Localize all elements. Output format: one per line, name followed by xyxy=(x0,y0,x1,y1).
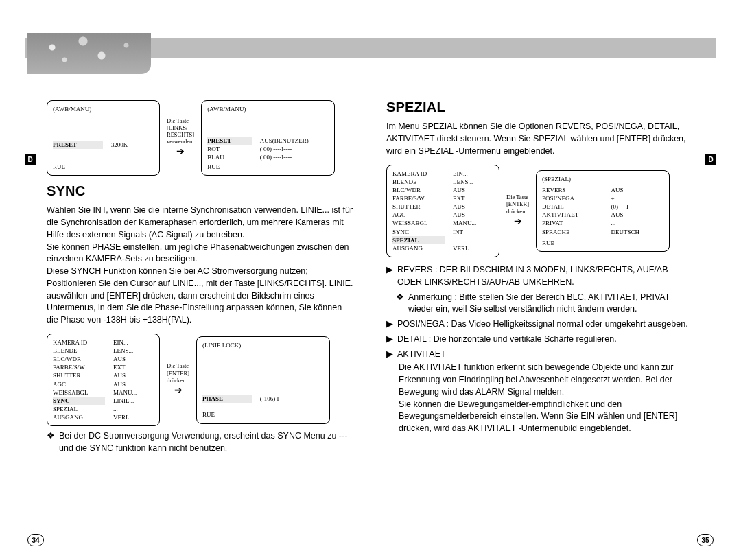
osd-value: 3200K xyxy=(111,141,154,149)
osd-linie-lock: (LINIE LOCK) PHASE (-106) I-------- RUE xyxy=(196,336,330,424)
aktivitaet-body: Die AKTIVITAET funktion erkennt sich bew… xyxy=(386,362,694,435)
osd-value: VERL xyxy=(113,413,154,421)
osd-label: SYNC xyxy=(53,397,105,405)
osd-value: INT xyxy=(453,228,493,236)
osd-spezial-submenu: (SPEZIAL) REVERSAUSPOSI/NEGA+DETAIL(0)--… xyxy=(536,170,670,252)
bullet-aktivitaet: AKTIVITAET xyxy=(397,349,446,361)
osd-label: BLC/WDR xyxy=(53,355,105,363)
bullet-revers: REVERS : DER BILDSCHIRM IN 3 MODEN, LINK… xyxy=(397,264,694,289)
osd-label: PRESET xyxy=(53,141,103,149)
osd-label: AGC xyxy=(53,380,105,388)
osd-value: VERL xyxy=(453,244,493,253)
triangle-icon: ▶ xyxy=(386,334,393,346)
osd-title: (SPEZIAL) xyxy=(542,175,663,183)
osd-label: REVERS xyxy=(542,186,602,194)
osd-label: BLAU xyxy=(207,153,252,161)
osd-footer: RUE xyxy=(542,239,663,247)
osd-value: EIN... xyxy=(453,170,493,178)
osd-footer: RUE xyxy=(207,163,220,171)
arrow-label: Die Taste [LINKS/ RESCHTS] verwenden xyxy=(167,117,194,145)
osd-label: SHUTTER xyxy=(53,371,105,380)
heading-sync: SYNC xyxy=(47,181,355,200)
heading-spezial: SPEZIAL xyxy=(386,97,694,117)
osd-label: AKTIVITAET xyxy=(542,211,602,219)
osd-value: EXT... xyxy=(453,194,493,202)
osd-label: WEISSABGL xyxy=(392,219,445,227)
osd-value: ( 00) ----I---- xyxy=(260,145,329,153)
osd-label: FARBE/S/W xyxy=(53,363,105,371)
osd-value: (0)----I-- xyxy=(611,202,663,211)
triangle-icon: ▶ xyxy=(386,349,393,361)
left-page: (AWB/MANU) PRESET 3200K RUE Die Taste [L… xyxy=(47,100,355,455)
osd-value: ... xyxy=(113,405,154,413)
osd-value: LENS... xyxy=(113,347,154,355)
osd-label: KAMERA ID xyxy=(392,170,445,178)
osd-main-menu-sync: KAMERA IDEIN...BLENDELENS...BLC/WDRAUSFA… xyxy=(47,334,160,426)
triangle-icon: ▶ xyxy=(386,264,393,289)
arrow-right-icon: ➔ xyxy=(176,145,185,159)
osd-label: SPEZIAL xyxy=(53,405,105,413)
header-graphic xyxy=(27,33,151,74)
arrow-instruction: Die Taste [LINKS/ RESCHTS] verwenden ➔ xyxy=(167,117,194,159)
side-tab-left: D xyxy=(25,154,36,165)
osd-label: AGC xyxy=(392,211,445,219)
osd-value: ... xyxy=(611,219,663,227)
bullet-posinega: POSI/NEGA : Das Video Helligkeitssignal … xyxy=(397,318,688,331)
osd-value: MANU... xyxy=(113,388,154,397)
osd-value: + xyxy=(611,194,663,202)
arrow-instruction: Die Taste [ENTER] drücken ➔ xyxy=(167,362,189,397)
diamond-icon: ❖ xyxy=(47,430,55,455)
osd-title: (AWB/MANU) xyxy=(53,105,154,113)
arrow-right-icon: ➔ xyxy=(514,215,522,229)
osd-label: BLENDE xyxy=(53,347,105,355)
bullet-anmerkung: Anmerkung : Bitte stellen Sie der Bereic… xyxy=(408,292,694,316)
osd-label: AUSGANG xyxy=(53,413,105,421)
osd-label: FARBE/S/W xyxy=(392,194,445,202)
side-tab-right: D xyxy=(705,154,716,165)
osd-label: BLENDE xyxy=(392,178,445,186)
sync-body: Wählen Sie INT, wenn Sie die interne Syn… xyxy=(47,205,355,327)
osd-label: SPRACHE xyxy=(542,228,602,236)
osd-value: AUS xyxy=(453,211,493,219)
osd-footer: RUE xyxy=(53,163,65,171)
osd-value: EIN... xyxy=(113,338,154,347)
osd-label: KAMERA ID xyxy=(53,338,105,347)
osd-value: AUS(BENUTZER) xyxy=(260,137,329,145)
osd-title: (AWB/MANU) xyxy=(207,105,329,113)
osd-label: AUSGANG xyxy=(392,244,445,253)
osd-label: PRESET xyxy=(207,137,252,145)
osd-label: POSI/NEGA xyxy=(542,194,602,202)
osd-main-menu-spezial: KAMERA IDEIN...BLENDELENS...BLC/WDRAUSFA… xyxy=(386,165,499,257)
osd-value: AUS xyxy=(113,355,154,363)
osd-label: SHUTTER xyxy=(392,202,445,211)
spezial-intro: Im Menu SPEZIAL können Sie die Optionen … xyxy=(386,121,694,157)
osd-value: LENS... xyxy=(453,178,493,186)
osd-value: AUS xyxy=(453,202,493,211)
osd-label: PRIVAT xyxy=(542,219,602,227)
osd-value: EXT... xyxy=(113,363,154,371)
arrow-right-icon: ➔ xyxy=(174,384,183,397)
osd-value: ... xyxy=(453,236,493,244)
bullet-detail: DETAIL : Die horizontale und vertikale S… xyxy=(397,334,617,346)
arrow-label: Die Taste [ENTER] drücken xyxy=(506,194,529,215)
osd-label: WEISSABGL xyxy=(53,388,105,397)
osd-value: MANU... xyxy=(453,219,493,227)
osd-value: AUS xyxy=(113,380,154,388)
osd-label: SYNC xyxy=(392,228,445,236)
arrow-label: Die Taste [ENTER] drücken xyxy=(167,362,189,384)
manual-spread: D D (AWB/MANU) PRESET 3200K RUE Die Tast… xyxy=(0,0,741,560)
osd-label: PHASE xyxy=(202,395,252,403)
note-dc-power: ❖ Bei der DC Stromversorgung Verwendung,… xyxy=(47,430,355,455)
osd-value: DEUTSCH xyxy=(611,228,663,236)
osd-value: AUS xyxy=(113,371,154,380)
osd-value: ( 00) ----I---- xyxy=(260,153,329,161)
note-text: Bei der DC Stromversorgung Verwendung, e… xyxy=(59,430,355,455)
page-number-right: 35 xyxy=(697,534,714,546)
arrow-instruction: Die Taste [ENTER] drücken ➔ xyxy=(506,194,529,228)
diamond-icon: ❖ xyxy=(396,292,404,316)
osd-awb-preset: (AWB/MANU) PRESET 3200K RUE xyxy=(47,100,160,176)
osd-footer: RUE xyxy=(202,410,215,419)
osd-label: ROT xyxy=(207,145,252,153)
osd-label: SPEZIAL xyxy=(392,236,445,244)
osd-value: AUS xyxy=(453,186,493,194)
